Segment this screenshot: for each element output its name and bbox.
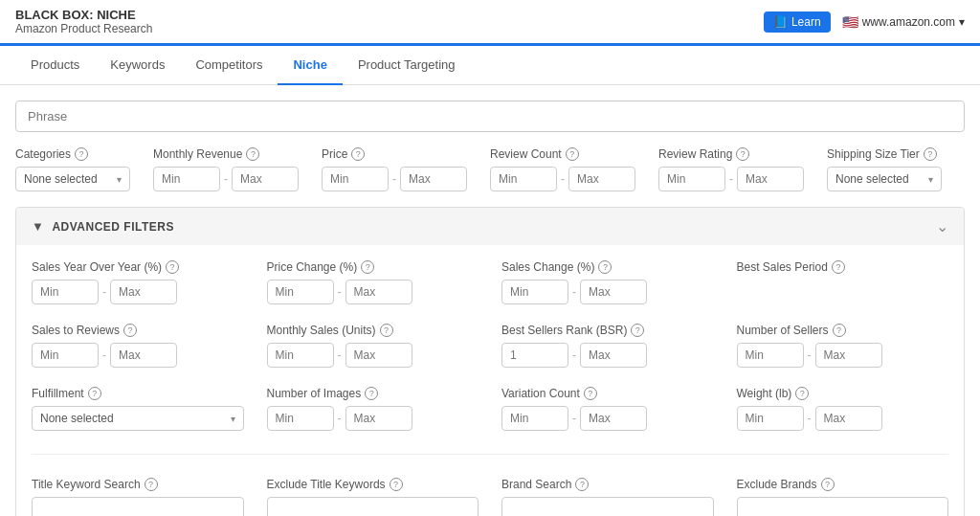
weight-min[interactable] — [737, 406, 804, 431]
number-of-sellers-max[interactable] — [815, 343, 882, 368]
sales-to-reviews-help-icon[interactable]: ? — [123, 324, 137, 337]
advanced-filters-header[interactable]: ▼ ADVANCED FILTERS ⌄ — [16, 208, 964, 245]
tab-competitors[interactable]: Competitors — [180, 46, 278, 85]
fulfillment-help-icon[interactable]: ? — [88, 387, 101, 400]
monthly-sales-units-max[interactable] — [345, 343, 412, 368]
sales-change-help-icon[interactable]: ? — [598, 260, 612, 274]
monthly-revenue-range: - — [153, 167, 299, 191]
phrase-input[interactable] — [15, 101, 965, 132]
price-max[interactable] — [400, 167, 467, 191]
categories-dropdown[interactable]: None selected ▾ — [15, 167, 130, 191]
fulfillment-dropdown[interactable]: None selected ▾ — [32, 406, 244, 431]
monthly-sales-units-help-icon[interactable]: ? — [380, 324, 393, 337]
weight-max[interactable] — [815, 406, 882, 431]
tab-keywords[interactable]: Keywords — [95, 46, 180, 85]
bsr-max[interactable] — [580, 343, 647, 368]
header: BLACK BOX: NICHE Amazon Product Research… — [0, 0, 980, 46]
price-change-min[interactable] — [267, 280, 334, 304]
tab-niche[interactable]: Niche — [278, 46, 342, 85]
filter-number-of-sellers: Number of Sellers ? - — [737, 324, 949, 368]
app-subtitle: Amazon Product Research — [15, 22, 152, 35]
filter-brand-search: Brand Search ? — [501, 478, 714, 516]
filter-weight: Weight (lb) ? - — [737, 387, 949, 431]
monthly-revenue-min[interactable] — [153, 167, 220, 191]
price-range: - — [322, 167, 467, 191]
number-of-sellers-help-icon[interactable]: ? — [833, 324, 846, 337]
monthly-revenue-help-icon[interactable]: ? — [246, 147, 259, 161]
sales-yoy-help-icon[interactable]: ? — [166, 260, 179, 274]
shipping-size-tier-dropdown[interactable]: None selected ▾ — [827, 167, 942, 191]
monthly-revenue-label: Monthly Revenue ? — [153, 147, 299, 161]
price-min[interactable] — [322, 167, 389, 191]
categories-label: Categories ? — [15, 147, 130, 161]
sales-to-reviews-min[interactable] — [32, 343, 99, 368]
sales-yoy-min[interactable] — [32, 280, 99, 304]
shipping-size-tier-label: Shipping Size Tier ? — [827, 147, 942, 161]
variation-count-help-icon[interactable]: ? — [584, 387, 597, 400]
sales-change-max[interactable] — [580, 280, 647, 304]
best-sales-period-help-icon[interactable]: ? — [832, 260, 845, 274]
number-of-sellers-min[interactable] — [737, 343, 804, 368]
review-rating-min[interactable] — [658, 167, 725, 191]
title-keyword-search-input[interactable] — [32, 497, 244, 516]
brand-search-input[interactable] — [501, 497, 714, 516]
monthly-revenue-max[interactable] — [232, 167, 299, 191]
sales-to-reviews-max[interactable] — [110, 343, 177, 368]
number-of-images-max[interactable] — [345, 406, 412, 431]
title-keyword-search-help-icon[interactable]: ? — [145, 478, 158, 491]
bsr-help-icon[interactable]: ? — [631, 324, 644, 337]
filter-exclude-brands: Exclude Brands ? — [737, 478, 949, 516]
advanced-filters-chevron-icon: ⌄ — [936, 217, 948, 236]
variation-count-max[interactable] — [580, 406, 647, 431]
review-rating-range: - — [658, 167, 804, 191]
review-rating-max[interactable] — [737, 167, 804, 191]
categories-help-icon[interactable]: ? — [75, 147, 88, 161]
review-count-help-icon[interactable]: ? — [566, 147, 579, 161]
shipping-size-tier-help-icon[interactable]: ? — [924, 147, 937, 161]
price-change-max[interactable] — [345, 280, 412, 304]
sales-change-min[interactable] — [501, 280, 568, 304]
book-icon: 📘 — [773, 15, 788, 29]
review-rating-help-icon[interactable]: ? — [736, 147, 749, 161]
review-count-max[interactable] — [568, 167, 635, 191]
filter-bsr: Best Sellers Rank (BSR) ? - — [501, 324, 714, 368]
filter-monthly-revenue: Monthly Revenue ? - — [153, 147, 299, 191]
learn-button[interactable]: 📘 Learn — [764, 11, 831, 33]
tab-bar: Products Keywords Competitors Niche Prod… — [0, 46, 980, 85]
bsr-min[interactable] — [501, 343, 568, 368]
exclude-title-keywords-input[interactable] — [267, 497, 479, 516]
review-count-range: - — [490, 167, 635, 191]
variation-count-min[interactable] — [501, 406, 568, 431]
exclude-brands-help-icon[interactable]: ? — [821, 478, 835, 491]
monthly-sales-units-min[interactable] — [267, 343, 334, 368]
filter-fulfillment: Fulfillment ? None selected ▾ — [32, 387, 244, 431]
amazon-domain[interactable]: 🇺🇸 www.amazon.com ▾ — [842, 14, 965, 30]
filter-best-sales-period: Best Sales Period ? — [737, 260, 949, 304]
advanced-filters-grid: Sales Year Over Year (%) ? - Price Chang… — [16, 245, 964, 516]
sales-yoy-max[interactable] — [110, 280, 177, 304]
review-count-min[interactable] — [490, 167, 557, 191]
divider-row-1 — [32, 454, 948, 455]
number-of-images-min[interactable] — [267, 406, 334, 431]
weight-help-icon[interactable]: ? — [795, 387, 809, 400]
review-count-label: Review Count ? — [490, 147, 635, 161]
tab-product-targeting[interactable]: Product Targeting — [343, 46, 471, 85]
price-change-help-icon[interactable]: ? — [361, 260, 374, 274]
exclude-title-keywords-help-icon[interactable]: ? — [390, 478, 403, 491]
filter-monthly-sales-units: Monthly Sales (Units) ? - — [267, 324, 479, 368]
filter-sales-year-over-year: Sales Year Over Year (%) ? - — [32, 260, 244, 304]
shipping-size-tier-dropdown-arrow: ▾ — [928, 174, 933, 185]
header-left: BLACK BOX: NICHE Amazon Product Research — [15, 8, 152, 35]
exclude-brands-input[interactable] — [737, 497, 949, 516]
tab-products[interactable]: Products — [15, 46, 95, 85]
filter-funnel-icon: ▼ — [32, 219, 44, 234]
filter-title-keyword-search: Title Keyword Search ? — [32, 478, 244, 516]
number-of-images-help-icon[interactable]: ? — [365, 387, 378, 400]
chevron-down-icon: ▾ — [959, 15, 965, 29]
filter-review-count: Review Count ? - — [490, 147, 635, 191]
advanced-filters-section: ▼ ADVANCED FILTERS ⌄ Sales Year Over Yea… — [15, 207, 965, 516]
filter-sales-to-reviews: Sales to Reviews ? - — [32, 324, 244, 368]
brand-search-help-icon[interactable]: ? — [575, 478, 589, 491]
price-help-icon[interactable]: ? — [351, 147, 365, 161]
price-label: Price ? — [322, 147, 467, 161]
